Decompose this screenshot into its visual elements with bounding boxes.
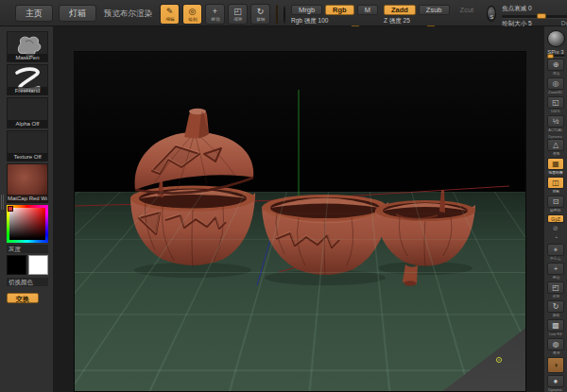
transparency-icon[interactable]: ◍ 透明 (546, 338, 565, 355)
shelf-item-icon: ⊘ (547, 225, 564, 232)
tool-label: 编辑 (165, 16, 174, 21)
shelf-item-label: 滚动 (552, 71, 559, 75)
rgb-button[interactable]: Rgb (325, 5, 354, 15)
color-swatches (7, 255, 53, 275)
tool-icon: ◰ (233, 7, 242, 16)
aahalf-icon[interactable]: ½ ACTUAL (546, 115, 565, 132)
viewport-area[interactable] (54, 26, 543, 392)
shelf-item-toplabel: Dynamic (549, 134, 563, 138)
main-color-swatch[interactable] (7, 255, 26, 275)
switch-color-label[interactable]: 切换颜色 (7, 278, 48, 286)
mrgb-button[interactable]: Mrgb (291, 5, 322, 15)
focus-center-icon[interactable]: ⌖ 中心点 (546, 244, 565, 261)
rotate-tool-button[interactable]: ↻ 旋转 (250, 4, 270, 25)
left-tool-tray: MaskPen FreeHand Alpha Off Texture Off M… (0, 26, 54, 392)
move-tool-button[interactable]: + 移动 (205, 4, 225, 25)
color-picker[interactable] (7, 205, 48, 243)
local-symmetry-icon[interactable]: ◫ 对称 (546, 177, 565, 194)
persp-icon[interactable]: Dynamic △ 透视 (546, 134, 565, 156)
focal-shift-slider[interactable] (502, 15, 567, 18)
shelf-item-icon: ◰ (547, 281, 564, 294)
shelf-item-label: Zoom3D (549, 90, 563, 94)
shelf-item-label: 缩放 (552, 294, 559, 298)
spix-slider[interactable] (546, 55, 565, 57)
shelf-item-icon: GyZ (547, 214, 564, 223)
spix-control: SPix 3 (546, 49, 565, 57)
focal-shift-label: 焦点衰减 0 (502, 5, 567, 13)
stroke-thumbnail[interactable]: FreeHand (7, 64, 48, 95)
draw-tool-button[interactable]: ◎ 绘制 (182, 4, 202, 25)
zoom3d-icon[interactable]: ◎ Zoom3D (546, 77, 565, 94)
tray-resize-handle[interactable] (1, 195, 4, 210)
frame-icon[interactable]: ⊡ 帧网格 (546, 196, 565, 213)
toggle-a-icon[interactable]: ⊘ (546, 225, 565, 232)
shelf-item-icon: ↻ (547, 300, 564, 313)
shelf-item-icon: ◔ (547, 234, 564, 242)
shelf-item-icon: + (547, 263, 564, 275)
tool-icon: ↻ (257, 7, 265, 16)
material-sphere-icon[interactable] (284, 6, 285, 24)
rgb-intensity-label: Rgb 强度 100 (291, 17, 361, 26)
shelf-item-icon: ◫ (547, 177, 564, 189)
shelf-item-label: 地面格栅 (548, 170, 562, 174)
sculpt-scene (75, 52, 526, 392)
shelf-item-icon: ◎ (547, 77, 564, 90)
tool-label: 绘制 (188, 16, 197, 21)
z-intensity-label: Z 强度 25 (384, 17, 444, 26)
shelf-item-label: Line Fill (549, 332, 561, 335)
shelf-item-label: 旋转 (552, 313, 559, 316)
saturation-value-area[interactable] (9, 208, 45, 240)
shelf-item-label: 移动 (552, 275, 559, 279)
shelf-item-icon: ⊡ (547, 196, 564, 208)
shelf-item-icon: ◑ (547, 357, 564, 373)
shelf-item-label: 对称 (552, 189, 559, 193)
alpha-thumbnail[interactable]: Alpha Off (7, 97, 48, 128)
shelf-item-icon: △ (547, 139, 564, 151)
home-button[interactable]: 主页 (15, 5, 53, 22)
gyro-icon[interactable]: GyZ (546, 214, 565, 223)
shelf-item-icon: ▦ (547, 158, 564, 170)
preview-boolean-button[interactable]: 预览布尔渲染 (104, 3, 152, 24)
shelf-item-label: 中心点 (550, 256, 560, 260)
tool-icon: + (213, 7, 217, 16)
tool-icon: ✎ (166, 7, 174, 16)
shelf-item-label: 帧网格 (550, 208, 560, 212)
rotate-nav-icon[interactable]: ↻ 旋转 (546, 300, 565, 317)
polyframe-icon[interactable]: ▩ Line Fill (546, 319, 565, 336)
swap-color-button[interactable]: 交换 (7, 293, 39, 303)
floor-grid-icon[interactable]: ▦ 地面格栅 (546, 158, 565, 175)
shelf-item-icon: ● (547, 375, 564, 387)
pumpkin-bowl (262, 195, 388, 275)
zadd-button[interactable]: Zadd (384, 5, 416, 15)
zcut-button[interactable]: Zcut (453, 5, 482, 15)
current-material-button[interactable] (276, 5, 278, 25)
scale-nav-icon[interactable]: ◰ 缩放 (546, 281, 565, 298)
scroll-icon[interactable]: ⊕ 滚动 (546, 59, 565, 76)
origin-marker (496, 357, 501, 362)
toggle-b-icon[interactable]: ◔ (546, 234, 565, 242)
edit-tool-button[interactable]: ✎ 编辑 (160, 4, 180, 25)
texture-thumbnail[interactable]: Texture Off (7, 130, 48, 162)
m-button[interactable]: M (357, 5, 378, 15)
stroke-knob-icon[interactable]: S (487, 6, 496, 22)
secondary-color-swatch[interactable] (28, 255, 48, 275)
actual-icon[interactable]: ◱ 100% (546, 96, 565, 113)
move-nav-icon[interactable]: + 移动 (546, 263, 565, 280)
material-thumbnail[interactable]: MatCap Red Wa (7, 163, 48, 203)
brush-thumbnail[interactable]: MaskPen (7, 31, 48, 62)
document-canvas[interactable] (74, 51, 526, 392)
render-sphere-button[interactable] (547, 30, 565, 47)
tool-icon: ◎ (189, 7, 197, 16)
scale-tool-button[interactable]: ◰ 缩放 (228, 4, 248, 25)
tool-label: 旋转 (256, 16, 265, 21)
shelf-item-label: 透明 (552, 350, 559, 354)
shelf-item-icon: ◱ (547, 96, 564, 109)
ghost-icon[interactable]: ◑ (546, 357, 565, 373)
solo-icon[interactable]: ● Dynamic (546, 375, 565, 392)
shelf-item-label: ACTUAL (548, 128, 562, 131)
zsub-button[interactable]: Zsub (419, 5, 450, 15)
tool-label: 移动 (211, 16, 219, 21)
top-toolbar: 主页 灯箱 预览布尔渲染 ✎ 编辑 ◎ 绘制 + 移动 ◰ 缩放 ↻ 旋转 (0, 0, 567, 26)
picker-cursor (8, 206, 13, 212)
lightbox-button[interactable]: 灯箱 (59, 5, 96, 22)
